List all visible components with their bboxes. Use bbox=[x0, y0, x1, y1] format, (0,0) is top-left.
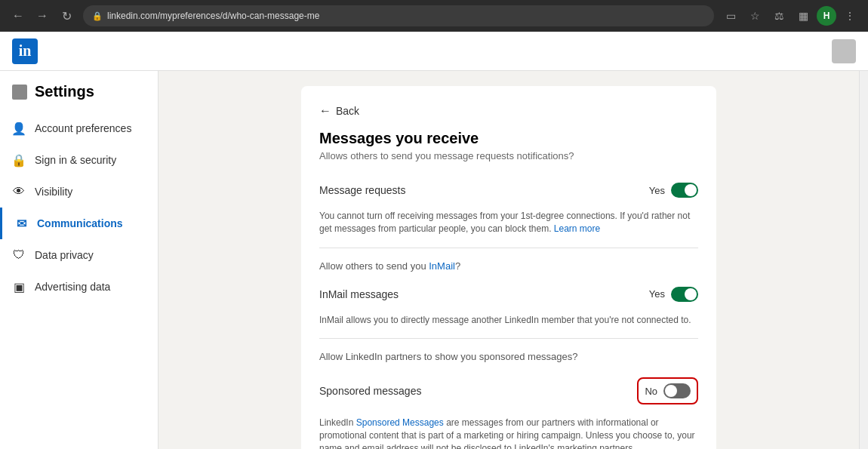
sponsored-messages-row: Sponsored messages No bbox=[319, 371, 698, 411]
toggle-knob bbox=[665, 385, 677, 397]
browser-profile[interactable]: H bbox=[817, 6, 836, 26]
sidebar-item-visibility[interactable]: 👁 Visibility bbox=[0, 176, 158, 208]
main-content: ← Back Messages you receive Allows other… bbox=[159, 71, 859, 449]
back-label: Back bbox=[336, 105, 359, 117]
sidebar-button[interactable]: ▦ bbox=[793, 5, 814, 26]
browser-actions: ▭ ☆ ⚖ ▦ H ⋮ bbox=[720, 5, 860, 26]
message-requests-row: Message requests Yes bbox=[319, 177, 698, 204]
menu-button[interactable]: ⋮ bbox=[839, 5, 860, 26]
eye-icon: 👁 bbox=[12, 185, 26, 198]
card-subtitle: Allows others to send you message reques… bbox=[319, 150, 698, 161]
sidebar-label-communications: Communications bbox=[37, 217, 123, 229]
card-title: Messages you receive bbox=[319, 130, 698, 147]
back-link[interactable]: ← Back bbox=[319, 104, 698, 118]
sidebar-item-account-preferences[interactable]: 👤 Account preferences bbox=[0, 112, 158, 144]
shield-icon: 🛡 bbox=[12, 248, 26, 262]
sponsored-toggle[interactable] bbox=[663, 383, 691, 398]
inmail-toggle-label: Yes bbox=[649, 288, 665, 300]
lock-icon: 🔒 bbox=[12, 153, 26, 167]
learn-more-link[interactable]: Learn more bbox=[554, 223, 600, 234]
toggle-knob bbox=[685, 288, 697, 300]
message-requests-toggle[interactable] bbox=[671, 183, 698, 198]
inmail-toggle[interactable] bbox=[671, 287, 698, 302]
reload-button[interactable]: ↻ bbox=[56, 5, 77, 26]
sponsored-toggle-label: No bbox=[645, 386, 657, 397]
top-nav: in bbox=[0, 32, 868, 71]
message-requests-toggle-container: Yes bbox=[649, 183, 698, 198]
right-scrollbar[interactable] bbox=[859, 71, 868, 449]
linkedin-logo[interactable]: in bbox=[12, 38, 38, 64]
sponsored-toggle-highlighted: No bbox=[637, 377, 698, 404]
content-card: ← Back Messages you receive Allows other… bbox=[301, 86, 716, 449]
bookmark-button[interactable]: ☆ bbox=[744, 5, 765, 26]
envelope-icon: ✉ bbox=[14, 217, 28, 230]
url-text: linkedin.com/mypreferences/d/who-can-mes… bbox=[107, 11, 319, 21]
forward-button[interactable]: → bbox=[32, 5, 53, 26]
extensions-button[interactable]: ⚖ bbox=[768, 5, 790, 26]
sidebar-item-data-privacy[interactable]: 🛡 Data privacy bbox=[0, 239, 158, 271]
sidebar-label-account-preferences: Account preferences bbox=[35, 122, 131, 134]
inmail-info: InMail allows you to directly message an… bbox=[319, 314, 698, 327]
inmail-link[interactable]: InMail bbox=[429, 260, 455, 272]
inmail-messages-label: InMail messages bbox=[319, 288, 399, 300]
sidebar-label-visibility: Visibility bbox=[35, 186, 72, 198]
toggle-knob bbox=[685, 184, 697, 196]
message-requests-toggle-label: Yes bbox=[649, 185, 665, 196]
cast-button[interactable]: ▭ bbox=[720, 5, 741, 26]
inmail-section-heading: Allow others to send you InMail? bbox=[319, 260, 698, 272]
page-body: Settings 👤 Account preferences 🔒 Sign in… bbox=[0, 71, 868, 449]
address-bar[interactable]: 🔒 linkedin.com/mypreferences/d/who-can-m… bbox=[83, 5, 714, 26]
divider-1 bbox=[319, 248, 698, 248]
settings-icon bbox=[12, 85, 27, 100]
sidebar-item-sign-in-security[interactable]: 🔒 Sign in & security bbox=[0, 144, 158, 176]
inmail-toggle-container: Yes bbox=[649, 287, 698, 302]
sidebar-label-data-privacy: Data privacy bbox=[35, 249, 94, 261]
back-button[interactable]: ← bbox=[8, 5, 29, 26]
sponsored-messages-link[interactable]: Sponsored Messages bbox=[356, 417, 444, 428]
sidebar: Settings 👤 Account preferences 🔒 Sign in… bbox=[0, 71, 159, 449]
person-icon: 👤 bbox=[12, 121, 26, 135]
sidebar-label-advertising-data: Advertising data bbox=[35, 281, 110, 293]
settings-label: Settings bbox=[35, 83, 94, 100]
divider-2 bbox=[319, 338, 698, 339]
sponsored-messages-label: Sponsored messages bbox=[319, 385, 421, 397]
message-requests-info: You cannot turn off receiving messages f… bbox=[319, 210, 698, 235]
sidebar-item-advertising-data[interactable]: ▣ Advertising data bbox=[0, 271, 158, 303]
back-arrow-icon: ← bbox=[319, 104, 331, 118]
sponsored-section-heading: Allow LinkedIn partners to show you spon… bbox=[319, 351, 698, 362]
message-requests-label: Message requests bbox=[319, 184, 405, 196]
sidebar-label-sign-in-security: Sign in & security bbox=[35, 154, 116, 166]
sponsored-info: LinkedIn Sponsored Messages are messages… bbox=[319, 417, 698, 449]
browser-nav-buttons: ← → ↻ bbox=[8, 5, 77, 26]
sidebar-item-communications[interactable]: ✉ Communications bbox=[0, 208, 158, 239]
settings-title: Settings bbox=[0, 83, 158, 112]
lock-icon: 🔒 bbox=[92, 11, 103, 21]
chart-icon: ▣ bbox=[12, 280, 26, 294]
browser-chrome: ← → ↻ 🔒 linkedin.com/mypreferences/d/who… bbox=[0, 0, 868, 32]
app-container: in Settings 👤 Account preferences 🔒 Sign… bbox=[0, 32, 868, 449]
inmail-messages-row: InMail messages Yes bbox=[319, 281, 698, 308]
user-avatar[interactable] bbox=[832, 39, 856, 63]
